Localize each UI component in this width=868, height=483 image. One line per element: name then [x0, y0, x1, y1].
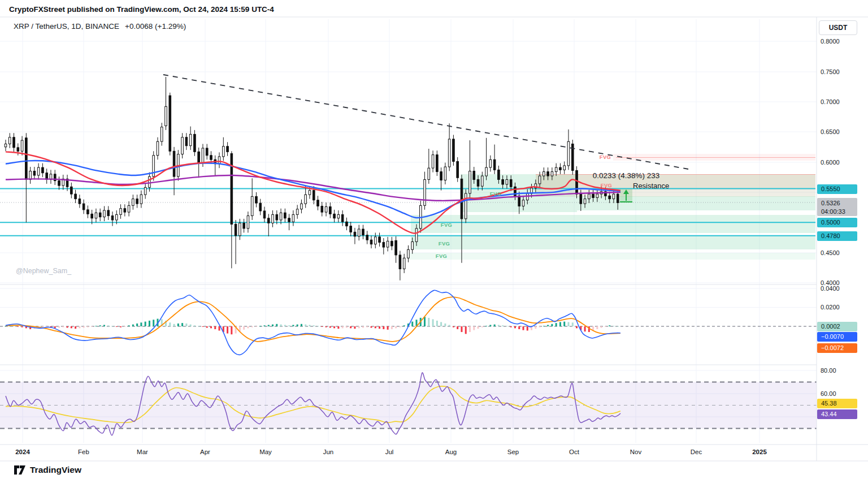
- price-tick-label: 0.7500: [821, 68, 840, 75]
- tradingview-chart-page: CryptoFXStreet published on TradingView.…: [0, 0, 868, 483]
- time-tick-label: May: [259, 448, 272, 455]
- fvg-label: FVG: [490, 191, 501, 197]
- time-tick-label: Feb: [78, 448, 89, 455]
- time-tick-label: Nov: [630, 448, 641, 455]
- price-tick-label: 0.6000: [821, 159, 840, 166]
- price-tick-label: 60.00: [821, 390, 836, 397]
- time-tick-label: Jul: [385, 448, 394, 455]
- tradingview-logo-icon: [14, 465, 26, 475]
- time-tick-label: Sep: [507, 448, 519, 455]
- level-badge-5550: 0.5550: [817, 184, 857, 194]
- fvg-label: FVG: [439, 240, 450, 247]
- time-tick-label: Mar: [137, 448, 148, 455]
- level-badge-4780: 0.4780: [817, 231, 857, 241]
- tradingview-logo-text: TradingView: [30, 465, 81, 475]
- price-tick-label: 80.00: [821, 367, 836, 374]
- price-pane[interactable]: [0, 17, 817, 284]
- time-tick-label: 2024: [15, 448, 30, 455]
- resistance-label: Resistance: [633, 182, 669, 190]
- rsi-value-badge: 43.44: [817, 409, 857, 419]
- price-tick-label: 0.8000: [821, 38, 840, 45]
- time-tick-label: Jun: [323, 448, 334, 455]
- rsi-pane[interactable]: [0, 365, 817, 445]
- price-tick-label: 0.0400: [821, 285, 840, 292]
- macd-hist-badge: 0.0002: [817, 322, 857, 331]
- measure-label: 0.0233 (4.38%) 233: [593, 171, 660, 180]
- time-tick-label: Apr: [200, 448, 210, 455]
- fvg-label: FVG: [601, 182, 612, 188]
- price-tick-label: 0.4500: [821, 249, 840, 256]
- level-badge-5000: 0.5000: [817, 218, 857, 227]
- currency-toggle-button[interactable]: USDT: [819, 20, 857, 35]
- current-price-value: 0.5326: [821, 199, 857, 208]
- macd-pane[interactable]: [0, 284, 817, 365]
- fvg-label: FVG: [436, 253, 447, 259]
- time-tick-label: Dec: [691, 448, 702, 455]
- rsi-ma-badge: 45.38: [817, 399, 857, 408]
- tradingview-logo[interactable]: TradingView: [14, 465, 81, 475]
- current-price-badge: 0.5326 04:00:33: [817, 198, 857, 216]
- bar-countdown: 04:00:33: [821, 208, 857, 216]
- fvg-label: FVG: [600, 154, 611, 160]
- time-tick-label: 2025: [752, 448, 767, 455]
- macd-line-badge: −0.0070: [817, 332, 857, 342]
- time-tick-label: Aug: [445, 448, 457, 455]
- time-tick-label: Oct: [569, 448, 579, 455]
- price-tick-label: 0.7000: [821, 98, 840, 105]
- macd-signal-badge: −0.0072: [817, 343, 857, 353]
- price-tick-label: 0.0200: [821, 304, 840, 310]
- fvg-label: FVG: [441, 222, 452, 228]
- price-tick-label: 0.6500: [821, 128, 840, 135]
